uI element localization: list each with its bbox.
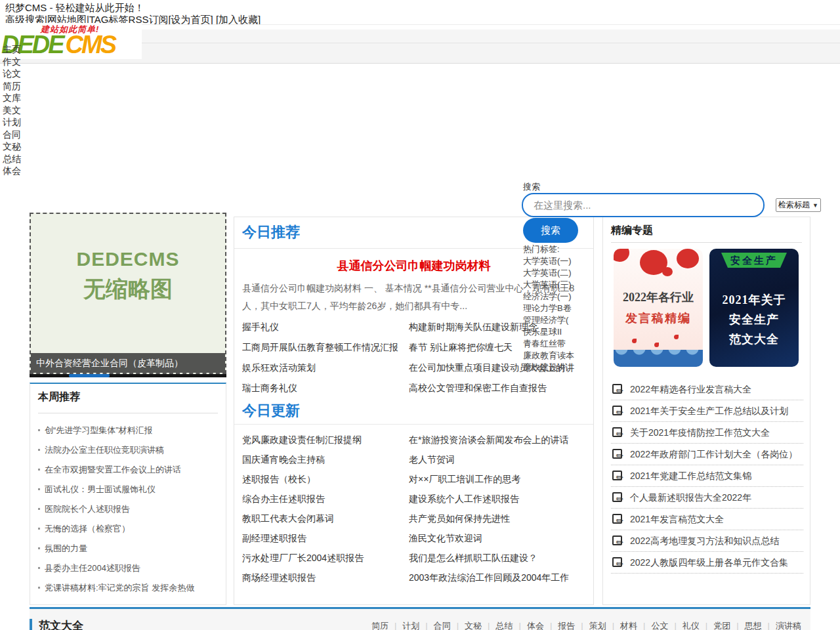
footer-link[interactable]: 演讲稿: [776, 621, 801, 630]
dedecms-logo[interactable]: 建站如此简单! DEDECMS: [0, 23, 142, 59]
topic-item[interactable]: 2021年党建工作总结范文集锦: [611, 465, 803, 487]
nav-item-zuowen[interactable]: 作文: [3, 56, 21, 68]
nav-item-tihui[interactable]: 体会: [3, 165, 21, 177]
topic-card-2022-speeches[interactable]: 2022年各行业 发言稿精编: [614, 249, 703, 367]
topbar-link-set-home[interactable]: [设为首页]: [168, 14, 213, 25]
week-item[interactable]: 法院办公室主任职位竞职演讲稿: [38, 440, 219, 460]
footer-link[interactable]: 礼仪: [682, 621, 713, 630]
topic-item[interactable]: 2022年精选各行业发言稿大全: [611, 379, 803, 400]
footer-link[interactable]: 简历: [371, 621, 402, 630]
footer-link[interactable]: 材料: [620, 621, 651, 630]
hot-tag[interactable]: 大学英语(三): [523, 279, 574, 291]
article-link[interactable]: 老人节贺词: [409, 450, 586, 469]
week-recommend-list: 创“先进学习型集体”材料汇报 法院办公室主任职位竞职演讲稿 在全市双拥暨安置工作…: [38, 421, 219, 598]
week-item[interactable]: 县委办主任2004述职报告: [38, 558, 219, 578]
article-link[interactable]: 在*旅游投资洽谈会新闻发布会上的讲话: [409, 430, 586, 450]
article-link[interactable]: 娱乐狂欢活动策划: [242, 358, 409, 378]
topic-item[interactable]: 2021年发言稿范文大全: [611, 509, 803, 530]
footer-link[interactable]: 思想: [745, 621, 776, 630]
footer-link[interactable]: 公文: [651, 621, 682, 630]
topic-item[interactable]: 2022高考地理复习方法和知识点总结: [611, 530, 803, 552]
hot-tag[interactable]: 快乐星球II: [523, 326, 574, 338]
topic-item[interactable]: 2022人教版四年级上册各单元作文合集: [611, 552, 803, 574]
article-link[interactable]: 综合办主任述职报告: [242, 489, 409, 509]
lantern-icon: [677, 249, 699, 268]
article-link[interactable]: 商场经理述职报告: [242, 568, 409, 587]
accent-bar: [30, 619, 32, 630]
nav-item-lunwen[interactable]: 论文: [3, 68, 21, 80]
hot-tags-title: 热门标签:: [523, 243, 574, 255]
hot-tag[interactable]: 理论力学B卷: [523, 303, 574, 314]
edit-icon: [612, 514, 622, 524]
edit-icon: [612, 427, 622, 437]
footer-link[interactable]: 体会: [527, 621, 558, 630]
article-link[interactable]: 2003年政法综治工作回顾及2004年工作: [409, 568, 586, 587]
search-input[interactable]: [522, 193, 765, 217]
article-link[interactable]: 工商局开展队伍教育整顿工作情况汇报: [242, 337, 409, 358]
nav-item-home[interactable]: 主页: [3, 43, 21, 56]
hot-tag[interactable]: 青春红丝带: [523, 338, 574, 350]
week-panel-title: 本周推荐: [38, 390, 80, 404]
footer-link[interactable]: 总结: [495, 621, 526, 630]
article-link[interactable]: 渔民文化节欢迎词: [409, 528, 586, 548]
site-claim-text: 织梦CMS - 轻松建站从此开始！: [5, 2, 144, 14]
article-link[interactable]: 握手礼仪: [242, 317, 409, 337]
search-button[interactable]: 搜索: [523, 218, 578, 243]
nav-item-meiwen[interactable]: 美文: [3, 104, 21, 117]
hot-tag[interactable]: 大学英语(一): [523, 255, 574, 267]
hot-tag[interactable]: 管理经济学(: [523, 314, 574, 326]
lantern-icon: [614, 249, 629, 262]
week-item[interactable]: 党课讲稿材料:牢记党的宗旨 发挥余热做: [38, 578, 219, 598]
article-link[interactable]: 污水处理厂厂长2004述职报告: [242, 548, 409, 568]
hot-tag[interactable]: 大学英语(二): [523, 267, 574, 279]
week-item[interactable]: 面试礼仪：男士面试服饰礼仪: [38, 480, 219, 499]
footer-link[interactable]: 党团: [713, 621, 744, 630]
week-item[interactable]: 氛围的力量: [38, 539, 219, 558]
article-link[interactable]: 党风廉政建设责任制汇报提纲: [242, 430, 409, 450]
article-link[interactable]: 共产党员如何保持先进性: [409, 509, 586, 528]
topic-item[interactable]: 2022年政府部门工作计划大全（各岗位）: [611, 444, 803, 465]
article-link[interactable]: 瑞士商务礼仪: [242, 378, 409, 398]
article-link[interactable]: 国庆通宵晚会主持稿: [242, 450, 409, 469]
article-link[interactable]: 高校公文管理和保密工作自查报告: [409, 378, 586, 398]
edit-icon: [612, 557, 622, 567]
wave-pattern: [614, 350, 703, 367]
topic-item[interactable]: 2021年关于安全生产工作总结以及计划: [611, 400, 803, 422]
footer-link[interactable]: 合同: [434, 621, 465, 630]
article-link[interactable]: 副经理述职报告: [242, 528, 409, 548]
nav-item-jihua[interactable]: 计划: [3, 116, 21, 129]
week-item[interactable]: 创“先进学习型集体”材料汇报: [38, 421, 219, 440]
article-link[interactable]: 我们是怎么样抓职工队伍建设？: [409, 548, 586, 568]
topic-item[interactable]: 关于2021年疫情防控工作范文大全: [611, 422, 803, 444]
hot-tag[interactable]: 廉政建设讲: [523, 362, 574, 373]
footer-link[interactable]: 文秘: [465, 621, 495, 630]
footer-link[interactable]: 计划: [402, 621, 433, 630]
article-link[interactable]: 教职工代表大会闭幕词: [242, 509, 409, 528]
week-item[interactable]: 在全市双拥暨安置工作会议上的讲话: [38, 460, 219, 480]
article-link[interactable]: 建设系统个人工作述职报告: [409, 489, 586, 509]
topic-card-2021-safety[interactable]: 安全生产 2021年关于 安全生产 范文大全: [709, 249, 799, 367]
week-item[interactable]: 医院院长个人述职报告: [38, 499, 219, 519]
footer-link[interactable]: 策划: [589, 621, 620, 630]
topic-item-label: 个人最新述职报告大全2022年: [630, 492, 751, 503]
nav-item-wenmi[interactable]: 文秘: [3, 140, 21, 153]
week-item[interactable]: 无悔的选择（检察官）: [38, 519, 219, 539]
nav-item-jianli[interactable]: 简历: [3, 80, 21, 93]
topic-item[interactable]: 个人最新述职报告大全2022年: [611, 487, 803, 509]
article-link[interactable]: 对××厂职工培训工作的思考: [409, 469, 586, 489]
no-thumbnail-placeholder: DEDECMS 无缩略图: [31, 248, 225, 304]
featured-slide[interactable]: DEDECMS 无缩略图 中外合资经营企业合同（皮革制品）: [30, 213, 226, 374]
footer-link[interactable]: 报告: [558, 621, 589, 630]
nav-item-hetong[interactable]: 合同: [3, 129, 21, 141]
hot-tag[interactable]: 廉政教育读本: [523, 350, 574, 362]
slide-caption[interactable]: 中外合资经营企业合同（皮革制品）: [31, 353, 225, 373]
article-link[interactable]: 述职报告（校长）: [242, 469, 409, 489]
hot-tag[interactable]: 经济法学(一): [523, 291, 574, 303]
nav-item-zongjie[interactable]: 总结: [3, 153, 21, 165]
nav-item-wenku[interactable]: 文库: [3, 92, 21, 104]
slider-progress-track: [30, 374, 226, 377]
search-scope-select[interactable]: 检索标题 ▼: [776, 198, 821, 212]
topbar-link-favorite[interactable]: [加入收藏]: [216, 14, 261, 25]
topics-panel-title: 精编专题: [611, 224, 653, 238]
placeholder-brand-text: DEDECMS: [31, 248, 225, 270]
